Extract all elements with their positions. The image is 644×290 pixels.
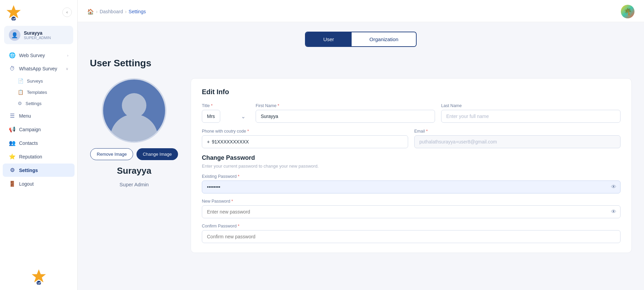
phone-input-wrapper: + [202, 135, 408, 148]
title-label: Title * [202, 103, 249, 108]
sidebar-item-web-survey[interactable]: 🌐 Web Survey › [3, 49, 75, 62]
new-password-label: New Password * [202, 199, 621, 204]
select-wrapper-title: Mrs Mr Ms Dr [202, 110, 249, 123]
form-group-email: Email * [414, 129, 621, 148]
remove-image-button[interactable]: Remove Image [90, 148, 133, 160]
home-icon[interactable]: 🏠 [87, 8, 94, 15]
sidebar-logo-bottom: UP [0, 263, 77, 290]
chevron-down-icon: ∨ [66, 67, 68, 71]
eye-icon-new[interactable]: 👁 [611, 209, 616, 215]
sidebar-item-contacts[interactable]: 👥 Contacts [3, 136, 75, 150]
menu-icon: ☰ [9, 113, 16, 119]
surveys-icon: 📄 [18, 78, 23, 84]
sidebar-item-settings[interactable]: ⚙ Settings [3, 164, 75, 177]
svg-marker-3 [32, 269, 46, 282]
change-password-hint: Enter your current password to change yo… [202, 164, 621, 169]
tab-organization[interactable]: Organization [352, 32, 416, 46]
profile-panel: Remove Image Change Image Surayya Super … [90, 78, 178, 187]
existing-password-input[interactable] [202, 181, 621, 193]
form-group-title: Title * Mrs Mr Ms Dr [202, 103, 249, 123]
avatar-circle [102, 78, 166, 143]
reputation-icon: ⭐ [9, 153, 16, 160]
sidebar-item-menu[interactable]: ☰ Menu [3, 109, 75, 122]
new-password-input[interactable] [202, 205, 621, 218]
first-name-input[interactable] [256, 110, 435, 123]
tab-user[interactable]: User [306, 32, 352, 46]
svg-marker-0 [6, 5, 21, 18]
sidebar-collapse-button[interactable]: ‹ [62, 7, 72, 17]
confirm-password-wrapper [202, 230, 621, 243]
profile-role: Super Admin [119, 182, 149, 187]
sidebar-item-label: Settings [26, 101, 42, 106]
change-password-title: Change Password [202, 154, 621, 161]
form-panel: Edit Info Title * Mrs Mr Ms Dr [191, 78, 632, 253]
existing-password-label: Existing Password * [202, 174, 621, 179]
page-title: User Settings [90, 58, 632, 69]
main-content: 🏠 › Dashboard › Settings 🌴 User Organiza… [78, 0, 644, 290]
sidebar-item-label: WhatsApp Survey [19, 66, 57, 71]
page-body: User Organization User Settings Remove I… [78, 22, 644, 290]
email-input[interactable] [414, 135, 621, 148]
sidebar-item-templates[interactable]: 📋 Templates [3, 87, 75, 98]
tab-group: User Organization [305, 32, 417, 47]
sidebar-item-label: Campaign [19, 127, 41, 132]
change-image-button[interactable]: Change Image [136, 148, 178, 160]
topbar-avatar[interactable]: 🌴 [621, 5, 634, 18]
sidebar-item-campaign[interactable]: 📢 Campaign [3, 123, 75, 136]
sidebar-item-whatsapp-survey[interactable]: ⏱ WhatsApp Survey ∨ [3, 62, 75, 75]
confirm-password-label: Confirm Password * [202, 224, 621, 228]
avatar-figure [103, 80, 165, 141]
user-card: 👤 Surayya SUPER_ADMIN [4, 26, 73, 44]
sidebar-item-label: Menu [19, 113, 31, 119]
sidebar-item-label: Web Survey [19, 53, 45, 58]
user-name: Surayya [24, 30, 51, 36]
breadcrumb-sep: › [96, 9, 98, 14]
sidebar-item-label: Templates [27, 90, 47, 95]
sidebar-item-surveys[interactable]: 📄 Surveys [3, 75, 75, 86]
breadcrumb-settings: Settings [129, 9, 146, 14]
form-group-new-password: New Password * 👁 [202, 199, 621, 218]
bottom-logo-icon: UP [31, 268, 47, 285]
form-group-confirm-password: Confirm Password * [202, 224, 621, 243]
first-name-label: First Name * [256, 103, 435, 108]
web-survey-icon: 🌐 [9, 52, 16, 58]
form-group-last-name: Last Name [441, 103, 621, 123]
form-row-name: Title * Mrs Mr Ms Dr [202, 103, 621, 123]
user-avatar-small: 👤 [9, 29, 20, 41]
last-name-input[interactable] [441, 110, 621, 123]
sidebar-item-label: Reputation [19, 154, 42, 159]
sidebar-item-reputation[interactable]: ⭐ Reputation [3, 150, 75, 163]
logout-icon: 🚪 [9, 181, 16, 187]
tabs-bar: User Organization [90, 32, 632, 47]
user-info: Surayya SUPER_ADMIN [24, 30, 51, 40]
confirm-password-input[interactable] [202, 230, 621, 243]
topbar-right: 🌴 [621, 5, 634, 18]
form-group-existing-password: Existing Password * 👁 [202, 174, 621, 193]
sidebar-item-settings-sub[interactable]: ⚙ Settings [3, 98, 75, 109]
chevron-down-icon: › [67, 53, 68, 57]
logo-area: UP [5, 4, 22, 20]
sidebar-item-logout[interactable]: 🚪 Logout [3, 177, 75, 190]
whatsapp-survey-icon: ⏱ [9, 66, 16, 72]
contacts-icon: 👥 [9, 140, 16, 146]
sidebar-item-label: Settings [19, 168, 38, 173]
svg-text:UP: UP [37, 282, 41, 285]
nav-section: 🌐 Web Survey › ⏱ WhatsApp Survey ∨ 📄 Sur… [0, 47, 77, 192]
eye-icon-existing[interactable]: 👁 [611, 184, 616, 190]
sidebar-header: UP ‹ [0, 0, 77, 23]
phone-input[interactable] [212, 136, 403, 148]
breadcrumb-dashboard[interactable]: Dashboard [100, 9, 123, 14]
avatar-body [110, 114, 158, 141]
settings-sub-icon: ⚙ [18, 101, 22, 106]
topbar: 🏠 › Dashboard › Settings 🌴 [78, 0, 644, 22]
title-select[interactable]: Mrs Mr Ms Dr [202, 110, 220, 123]
phone-prefix: + [207, 139, 210, 144]
settings-icon: ⚙ [9, 167, 16, 173]
campaign-icon: 📢 [9, 126, 16, 133]
email-label: Email * [414, 129, 621, 134]
last-name-label: Last Name [441, 103, 621, 108]
breadcrumb-sep2: › [125, 9, 127, 14]
templates-icon: 📋 [18, 89, 23, 95]
sidebar: UP ‹ 👤 Surayya SUPER_ADMIN 🌐 Web Survey … [0, 0, 78, 290]
svg-text:UP: UP [12, 17, 16, 20]
